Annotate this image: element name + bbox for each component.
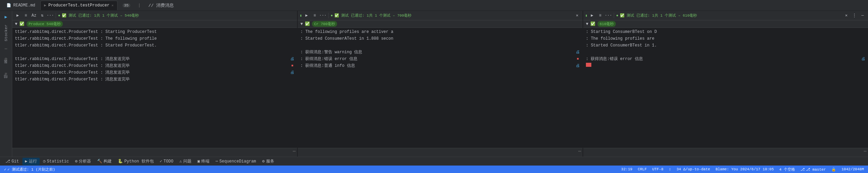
tab-producer-close[interactable]: ✕ bbox=[111, 3, 113, 7]
status-position[interactable]: 32:19 bbox=[620, 166, 634, 173]
log-line: ttler.rabbitmq.direct.ProducerTest : 消息发… bbox=[12, 56, 297, 62]
status-indent[interactable]: 4 个空格 bbox=[778, 166, 796, 173]
log-text bbox=[15, 49, 296, 55]
consumerA-status-icon: ● bbox=[331, 14, 333, 18]
log-line: ttler.rabbitmq.direct.ProducerTest : 消息发… bbox=[12, 69, 297, 76]
consumerA-check: ✅ bbox=[305, 21, 310, 26]
status-indent-arrow[interactable]: ↕ bbox=[667, 166, 672, 173]
tab-divider: | bbox=[135, 3, 143, 8]
more-dots-icon-3[interactable]: ⋯ bbox=[864, 148, 867, 154]
run-icon: ▶ bbox=[44, 3, 47, 7]
bt-statistic[interactable]: ◷ Statistic bbox=[40, 158, 72, 165]
producer-sort-btn[interactable]: ⇅ bbox=[39, 12, 45, 19]
producer-time-chip: Produce 540毫秒 bbox=[26, 21, 63, 27]
log-text: ttler.rabbitmq.direct.ProducerTest : The… bbox=[15, 36, 296, 42]
sidebar-play-icon[interactable]: ▶ bbox=[1, 12, 11, 22]
consumerB-status-icon: ● bbox=[616, 14, 618, 18]
status-encoding[interactable]: UTF-8 bbox=[651, 166, 665, 173]
bt-run[interactable]: ▶ 运行 bbox=[22, 158, 40, 165]
consumerB-dots-btn[interactable]: ··· bbox=[605, 12, 612, 19]
consumerB-menu-btn[interactable]: ⋮ bbox=[851, 12, 858, 19]
log-line bbox=[583, 62, 868, 69]
more-dots-icon[interactable]: ⋯ bbox=[293, 148, 296, 154]
bt-git[interactable]: ⎇ Git bbox=[3, 158, 22, 165]
tab-producer[interactable]: ▶ ProducerTest.testProducer ✕ bbox=[40, 1, 117, 10]
bt-run-label: 运行 bbox=[29, 158, 37, 164]
outer-sidebar: ▶ Stocker ⋯ ⚙ 装 ≡ 结 bbox=[0, 11, 12, 157]
sequence-icon: ⋯ bbox=[216, 159, 218, 164]
consumerA-play-btn[interactable]: ▶ bbox=[303, 12, 310, 19]
tab-readme[interactable]: 📄 README.md bbox=[3, 1, 39, 10]
producer-test-status: ● ✅ 测试 已通过: 1共 1 个测试 – 540毫秒 bbox=[58, 13, 139, 18]
bt-problems[interactable]: ⚠ 问题 bbox=[177, 158, 194, 165]
log-line: ttler.rabbitmq.direct.ProducerTest : 消息发… bbox=[12, 62, 297, 69]
producer-status-text: ✅ 测试 已通过: 1共 1 个测试 – 540毫秒 bbox=[62, 13, 139, 18]
test-result-text: ✓ 测试通过: 1 (片刻之前) bbox=[7, 167, 55, 172]
producer-play-btn[interactable]: ▶ bbox=[14, 12, 21, 19]
bt-todo[interactable]: ✓ TODO bbox=[157, 158, 176, 165]
log-line: : Started ConsumerATest in 1.808 secon bbox=[298, 35, 583, 42]
sidebar-label-2[interactable]: 装 bbox=[3, 64, 8, 69]
log-text bbox=[586, 49, 867, 55]
consumerB-play-btn[interactable]: ▶ bbox=[589, 12, 595, 19]
encoding-text: UTF-8 bbox=[652, 167, 663, 171]
more-dots-icon-2[interactable]: ⋯ bbox=[578, 148, 581, 154]
consumerB-close-btn[interactable]: ✕ bbox=[843, 12, 850, 19]
lock-icon: 🔒 bbox=[831, 167, 836, 172]
tab-number[interactable]: 35 bbox=[119, 1, 134, 10]
bottom-toolbar: ⎇ Git ▶ 运行 ◷ Statistic ⚙ 分析器 🔨 构建 🐍 Pyth… bbox=[0, 157, 868, 166]
consumerB-log[interactable]: : Starting ConsumerBTest on D : The foll… bbox=[583, 28, 868, 148]
sidebar-icon-3[interactable]: ≡ bbox=[1, 69, 11, 79]
panels-container: ▶ ≡ Az ⇅ ··· ● ✅ 测试 已通过: 1共 1 个测试 – 540毫… bbox=[12, 11, 868, 157]
consumerB-minimize-btn[interactable]: ─ bbox=[859, 12, 866, 19]
producer-hscroll[interactable] bbox=[12, 154, 297, 157]
producer-dots-btn[interactable]: ··· bbox=[47, 12, 54, 19]
producer-log[interactable]: ttler.rabbitmq.direct.ProducerTest : Sta… bbox=[12, 28, 297, 148]
log-text: : 获得消息:错误 error 信息 bbox=[300, 56, 574, 62]
red-square-icon: ■ bbox=[289, 63, 296, 69]
tab-bar: 📄 README.md ▶ ProducerTest.testProducer … bbox=[0, 0, 868, 11]
status-git[interactable]: 34 Δ/up-to-date bbox=[675, 166, 712, 173]
log-line: : 获得消息:错误 error 信息 🖨 bbox=[583, 56, 868, 62]
consumerA-hscroll[interactable] bbox=[298, 154, 583, 157]
producer-az-btn[interactable]: Az bbox=[31, 12, 37, 19]
consumerB-panel: ▮ ▶ ≡ ··· ● ✅ 测试 已通过: 1共 1 个测试 – 610毫秒 ✕… bbox=[583, 11, 868, 157]
bt-python-label: Python 软件包 bbox=[124, 158, 153, 164]
consumerB-wrap-btn[interactable]: ≡ bbox=[597, 12, 604, 19]
producer-wrap-btn[interactable]: ≡ bbox=[22, 12, 29, 19]
consumerA-log[interactable]: : The following profiles are activer a :… bbox=[298, 28, 583, 148]
consumerA-dots-btn[interactable]: ··· bbox=[319, 12, 326, 19]
log-line: : Starting ConsumerBTest on D bbox=[583, 28, 868, 35]
consumerA-panel-icon: ▮ bbox=[300, 14, 302, 18]
producer-more: ⋯ bbox=[12, 148, 297, 154]
sidebar-dots-icon[interactable]: ⋯ bbox=[1, 44, 11, 54]
status-memory[interactable]: 1042/2048M bbox=[840, 166, 865, 173]
sidebar-label-3[interactable]: 结 bbox=[3, 79, 8, 84]
printer-icon: 🖨 bbox=[289, 56, 296, 62]
bt-analyzer[interactable]: ⚙ 分析器 bbox=[72, 158, 94, 165]
status-branch[interactable]: ⎇ ⎇ master bbox=[799, 166, 827, 173]
position-text: 32:19 bbox=[621, 167, 632, 171]
branch-text: ⎇ master bbox=[806, 167, 826, 172]
todo-icon: ✓ bbox=[160, 159, 162, 164]
stocker-label[interactable]: Stocker bbox=[4, 22, 8, 43]
tab-comment[interactable]: // 消费消息 bbox=[145, 1, 178, 10]
consumerA-wrap-btn[interactable]: ≡ bbox=[311, 12, 318, 19]
bt-services[interactable]: ⚙ 服务 bbox=[259, 158, 277, 165]
status-crlf[interactable]: CRLF bbox=[636, 166, 648, 173]
analyzer-icon: ⚙ bbox=[75, 159, 77, 164]
bt-terminal[interactable]: ▣ 终端 bbox=[195, 158, 212, 165]
bt-sequence[interactable]: ⋯ SequenceDiagram bbox=[213, 158, 259, 165]
bt-build[interactable]: 🔨 构建 bbox=[94, 158, 114, 165]
bt-python[interactable]: 🐍 Python 软件包 bbox=[115, 158, 156, 165]
status-lock[interactable]: 🔒 bbox=[830, 166, 837, 173]
log-line: : The following profiles are activer a bbox=[298, 28, 583, 35]
status-blame[interactable]: Blame: You 2024/6/17 10:05 bbox=[714, 166, 775, 173]
printer-icon-3: 🖨 bbox=[574, 49, 581, 55]
consumerA-test-status: ● ✅ 测试 已通过: 1共 1 个测试 – 700毫秒 bbox=[331, 13, 411, 18]
status-bar: ✓ ✓ 测试通过: 1 (片刻之前) 32:19 CRLF UTF-8 ↕ 34… bbox=[0, 166, 868, 173]
consumerB-hscroll[interactable] bbox=[583, 154, 868, 157]
status-test-result[interactable]: ✓ ✓ 测试通过: 1 (片刻之前) bbox=[3, 166, 56, 173]
consumerA-close-btn[interactable]: ✕ bbox=[574, 12, 580, 19]
sidebar-icon-2[interactable]: ⚙ bbox=[1, 54, 11, 64]
